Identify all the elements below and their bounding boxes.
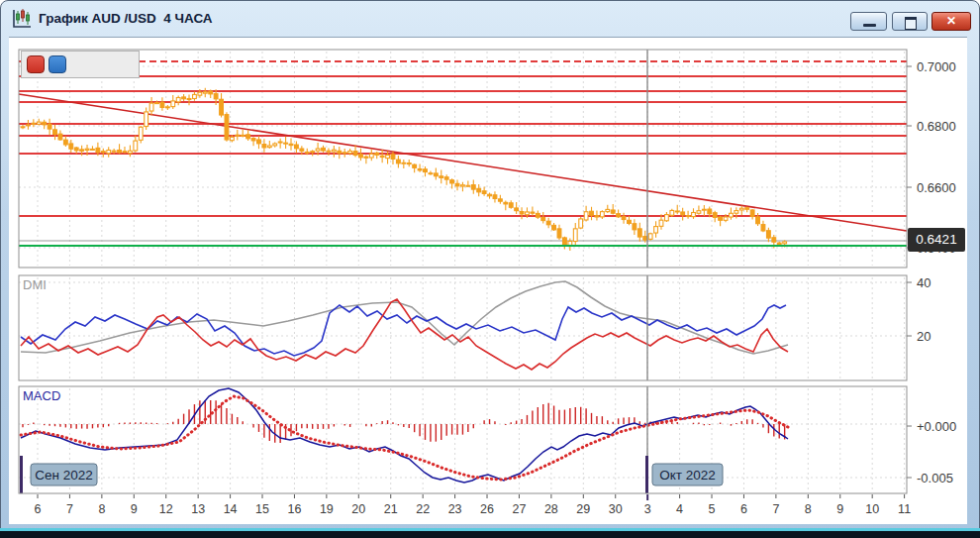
candle — [37, 122, 41, 124]
candle — [107, 151, 111, 154]
month-start-marker — [645, 456, 648, 493]
candle — [155, 103, 159, 104]
candle — [637, 229, 641, 237]
day-label: 8 — [805, 502, 812, 516]
candle — [541, 218, 545, 221]
red-marker-tool-button[interactable] — [27, 55, 45, 73]
candle — [220, 99, 224, 115]
candle — [214, 94, 218, 99]
candle — [686, 216, 690, 217]
candle — [633, 224, 637, 230]
day-label: 28 — [544, 502, 558, 516]
candle — [440, 176, 443, 178]
candle — [43, 122, 47, 125]
candle — [74, 148, 78, 151]
candle — [692, 213, 696, 217]
macd-axis-label: +0.000 — [917, 419, 956, 434]
candle — [509, 203, 513, 207]
candle — [654, 227, 658, 233]
candle — [85, 149, 89, 150]
candle — [568, 241, 572, 245]
month-label: Окт 2022 — [659, 468, 716, 483]
candle — [536, 213, 539, 217]
candle — [391, 155, 395, 160]
dmi-line-ADX — [21, 281, 788, 354]
candle — [284, 143, 288, 144]
candle — [628, 220, 632, 223]
candle — [359, 155, 363, 158]
candle — [526, 212, 530, 215]
candle — [311, 152, 315, 153]
candle — [584, 212, 588, 220]
candle — [590, 211, 594, 215]
candle — [493, 195, 497, 199]
candle — [697, 211, 701, 214]
candle — [353, 152, 357, 156]
candle — [375, 153, 379, 155]
title-bar[interactable]: График AUD /USD 4 ЧАСА ✕ — [1, 1, 979, 37]
candle — [471, 185, 475, 189]
candle — [397, 160, 401, 163]
candle — [675, 211, 679, 212]
maximize-button[interactable] — [892, 12, 928, 31]
candle — [546, 221, 550, 224]
candle — [278, 142, 282, 143]
candle — [450, 180, 454, 183]
day-label: 13 — [191, 502, 205, 516]
day-label: 22 — [416, 502, 430, 516]
candle — [735, 211, 738, 214]
candle — [300, 149, 304, 151]
candle — [171, 101, 175, 107]
candle — [21, 127, 25, 128]
day-label: 26 — [480, 502, 494, 516]
candle — [134, 141, 138, 151]
chart-mini-toolbar — [21, 51, 140, 78]
candle — [418, 168, 422, 169]
candle — [488, 194, 492, 196]
candle — [295, 145, 299, 149]
close-button[interactable]: ✕ — [931, 12, 971, 31]
candle — [316, 149, 320, 151]
candle — [681, 212, 685, 215]
candle — [739, 208, 743, 210]
candle — [761, 225, 765, 231]
chart-canvas[interactable]: Сен 2022Окт 2022DMIMACD0.70000.68000.660… — [9, 38, 967, 524]
candle — [772, 238, 776, 242]
candle — [48, 124, 51, 129]
candle — [198, 92, 202, 95]
candle — [101, 152, 105, 153]
candle — [606, 209, 610, 211]
candle — [552, 225, 556, 229]
candle — [289, 144, 293, 145]
candle — [643, 237, 647, 241]
candle — [257, 140, 261, 144]
candle — [343, 153, 346, 154]
candle — [380, 156, 384, 157]
dmi-axis-label: 40 — [917, 275, 931, 290]
candle — [327, 151, 331, 152]
candle — [322, 148, 326, 151]
macd-label: MACD — [23, 388, 60, 403]
candle — [112, 151, 116, 152]
blue-marker-tool-button[interactable] — [49, 55, 66, 73]
resistance-levels — [19, 61, 907, 216]
candle — [149, 103, 153, 111]
day-label: 20 — [351, 502, 365, 516]
day-label: 3 — [644, 502, 651, 516]
candle — [766, 231, 770, 238]
candle — [145, 112, 148, 127]
dmi-line--DI — [21, 299, 788, 370]
candle — [63, 140, 67, 145]
candle — [118, 151, 122, 153]
candle — [203, 92, 207, 93]
candle — [69, 144, 73, 149]
day-label: 27 — [512, 502, 526, 516]
minimize-button[interactable] — [850, 12, 887, 31]
candle — [429, 173, 433, 174]
candle — [182, 97, 186, 99]
candle — [665, 215, 669, 221]
dmi-label: DMI — [23, 277, 47, 292]
candle — [783, 242, 787, 244]
candle — [230, 137, 234, 140]
day-label: 12 — [159, 502, 173, 516]
